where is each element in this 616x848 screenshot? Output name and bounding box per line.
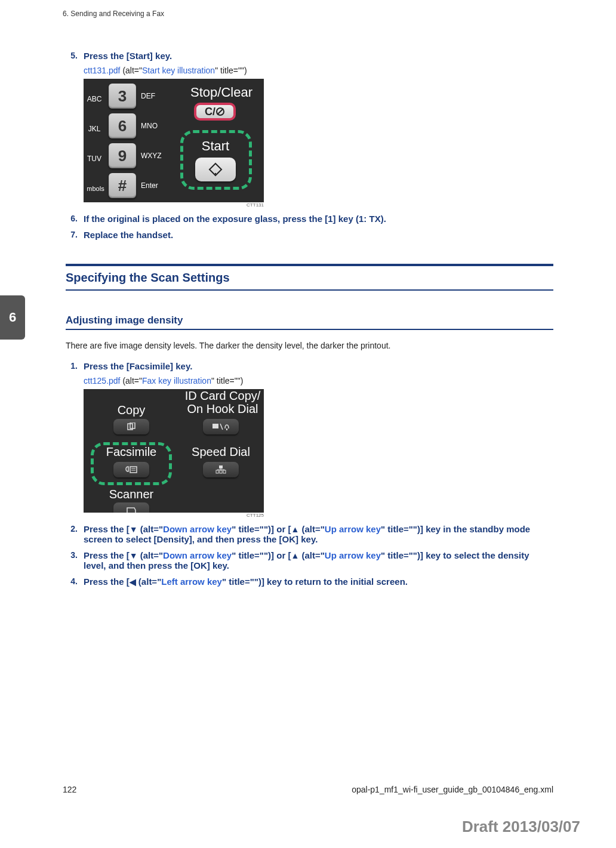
key-3[interactable]: 3 <box>109 84 136 109</box>
source-file: opal-p1_mf1_wi-fi_user_guide_gb_00104846… <box>352 785 553 794</box>
step-5: 5. Press the [Start] key. ctt131.pdf (al… <box>66 51 553 208</box>
speeddial-icon <box>215 465 227 474</box>
start-icon <box>208 162 223 177</box>
scanner-label: Scanner <box>90 488 173 501</box>
step-text: Press the [▼ (alt="Down arrow key" title… <box>84 550 553 571</box>
step-b3: 3. Press the [▼ (alt="Down arrow key" ti… <box>66 550 553 571</box>
keypad-label-symbols: mbols <box>84 173 107 202</box>
page-footer: 122 opal-p1_mf1_wi-fi_user_guide_gb_0010… <box>63 785 553 794</box>
step-text: Replace the handset. <box>84 230 553 240</box>
body-paragraph: There are five image density levels. The… <box>66 341 553 350</box>
up-arrow-icon: ▲ <box>291 525 299 534</box>
step-b4: 4. Press the [◀ (alt="Left arrow key" ti… <box>66 576 553 587</box>
svg-point-2 <box>215 173 216 174</box>
up-arrow-icon: ▲ <box>291 551 299 560</box>
key-6[interactable]: 6 <box>109 113 136 138</box>
scanner-icon <box>126 507 137 513</box>
step-b2: 2. Press the [▼ (alt="Down arrow key" ti… <box>66 524 553 544</box>
down-arrow-icon: ▼ <box>130 525 138 534</box>
svg-rect-11 <box>219 465 223 468</box>
svg-rect-8 <box>130 467 137 473</box>
svg-rect-14 <box>223 470 226 473</box>
copy-icon <box>127 423 136 431</box>
down-arrow-link[interactable]: Down arrow key <box>163 524 232 534</box>
scanner-button[interactable] <box>113 502 149 513</box>
left-arrow-icon: ◀ <box>130 577 136 587</box>
facsimile-button[interactable] <box>113 462 149 477</box>
alt-text-link[interactable]: Fax key illustration <box>142 376 211 386</box>
keypad-label-abc: ABC <box>84 84 105 114</box>
pdf-link[interactable]: ctt125.pdf <box>84 376 121 386</box>
stopclear-button[interactable]: C/ <box>194 103 236 121</box>
figure-code: CTT125 <box>84 513 264 518</box>
start-key-illustration: ABC JKL TUV mbols 3 6 9 # DEF MNO WXYZ E… <box>84 79 264 202</box>
step-6: 6. If the original is placed on the expo… <box>66 214 553 224</box>
svg-line-6 <box>220 424 223 430</box>
step-7: 7. Replace the handset. <box>66 230 553 240</box>
key-hash[interactable]: # <box>109 173 136 198</box>
keypad-label-wxyz: WXYZ <box>141 152 162 160</box>
step-number: 4. <box>66 576 84 587</box>
idcard-label: ID Card Copy/ On Hook Dial <box>178 389 264 415</box>
down-arrow-icon: ▼ <box>130 551 138 560</box>
step-number: 7. <box>66 230 84 240</box>
step-text: Press the [▼ (alt="Down arrow key" title… <box>84 524 553 544</box>
step-number: 2. <box>66 524 84 544</box>
keypad-label-jkl: JKL <box>84 113 105 144</box>
facsimile-key-illustration: Copy ID Card Copy/ On Hook Dial Facsimil… <box>84 389 264 513</box>
start-label: Start <box>188 138 243 154</box>
copy-label: Copy <box>90 403 173 417</box>
stop-icon <box>215 107 225 116</box>
step-b1: 1. Press the [Facsimile] key. ctt125.pdf… <box>66 361 553 518</box>
facsimile-label: Facsimile <box>90 445 173 459</box>
step-text: Press the [Start] key. <box>84 51 553 61</box>
svg-rect-13 <box>220 470 222 473</box>
alt-text-link[interactable]: Start key illustration <box>142 66 215 75</box>
figure-code: CTT131 <box>84 202 264 208</box>
idcard-icon <box>212 423 230 431</box>
step-text: Press the [Facsimile] key. <box>84 361 553 371</box>
subsection-heading: Adjusting image density <box>66 314 553 330</box>
facsimile-icon <box>125 465 138 474</box>
copy-button[interactable] <box>113 419 149 434</box>
step-text: If the original is placed on the exposur… <box>84 214 553 224</box>
down-arrow-link[interactable]: Down arrow key <box>163 550 232 560</box>
svg-rect-12 <box>216 470 218 473</box>
keypad-label-enter: Enter <box>141 181 158 190</box>
keypad-label-mno: MNO <box>141 122 158 130</box>
section-heading: Specifying the Scan Settings <box>66 264 553 291</box>
keypad-label-def: DEF <box>141 92 155 100</box>
left-arrow-link[interactable]: Left arrow key <box>161 576 222 587</box>
key-9[interactable]: 9 <box>109 143 136 168</box>
speeddial-label: Speed Dial <box>179 445 263 459</box>
step-number: 1. <box>66 361 84 518</box>
page-number: 122 <box>63 785 76 794</box>
svg-rect-7 <box>226 428 227 430</box>
keypad-label-tuv: TUV <box>84 143 105 174</box>
svg-line-1 <box>217 109 223 115</box>
step-text: Press the [◀ (alt="Left arrow key" title… <box>84 576 553 587</box>
pdf-link[interactable]: ctt131.pdf <box>84 66 121 75</box>
step-number: 6. <box>66 214 84 224</box>
start-button[interactable] <box>195 158 236 181</box>
svg-rect-5 <box>212 424 218 428</box>
draft-stamp: Draft 2013/03/07 <box>462 818 580 836</box>
step-number: 3. <box>66 550 84 571</box>
speeddial-button[interactable] <box>203 462 239 477</box>
idcard-button[interactable] <box>203 419 239 434</box>
figure-ref: ctt131.pdf (alt="Start key illustration"… <box>84 66 553 75</box>
up-arrow-link[interactable]: Up arrow key <box>325 524 381 534</box>
step-number: 5. <box>66 51 84 208</box>
up-arrow-link[interactable]: Up arrow key <box>325 550 381 560</box>
stopclear-label: Stop/Clear <box>179 85 264 100</box>
figure-ref: ctt125.pdf (alt="Fax key illustration" t… <box>84 376 553 386</box>
